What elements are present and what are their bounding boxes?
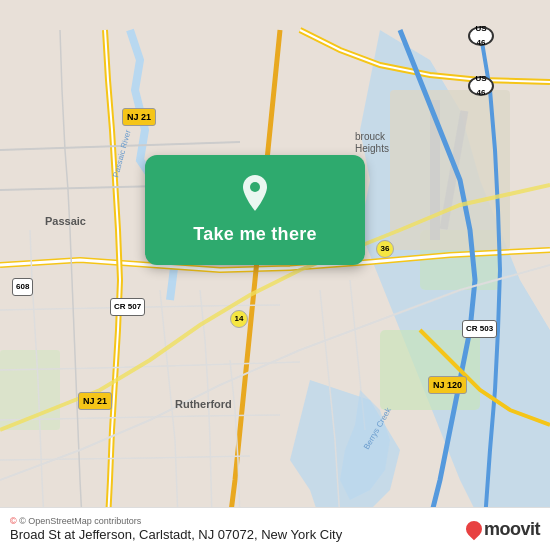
highway-badge-nj120: NJ 120 bbox=[428, 376, 467, 394]
location-pin-icon bbox=[239, 175, 271, 218]
svg-text:brouck: brouck bbox=[355, 131, 386, 142]
svg-text:Passaic: Passaic bbox=[45, 215, 86, 227]
osm-attribution: © © OpenStreetMap contributors bbox=[10, 516, 342, 526]
take-me-there-button[interactable]: Take me there bbox=[145, 155, 365, 265]
moovit-pin-icon bbox=[463, 518, 486, 541]
map-container: Passaic Rutherford brouck Heights Passai… bbox=[0, 0, 550, 550]
highway-badge-14: 14 bbox=[230, 310, 248, 328]
bottom-bar: © © OpenStreetMap contributors Broad St … bbox=[0, 507, 550, 550]
bottom-left-content: © © OpenStreetMap contributors Broad St … bbox=[10, 516, 342, 542]
svg-text:Heights: Heights bbox=[355, 143, 389, 154]
highway-badge-cr503: CR 503 bbox=[462, 320, 497, 338]
address-text: Broad St at Jefferson, Carlstadt, NJ 070… bbox=[10, 527, 342, 542]
highway-badge-36: 36 bbox=[376, 240, 394, 258]
highway-badge-us46-mid: US46 bbox=[468, 76, 494, 96]
svg-point-12 bbox=[250, 182, 260, 192]
highway-badge-nj21-bottom: NJ 21 bbox=[78, 392, 112, 410]
moovit-logo: moovit bbox=[466, 519, 540, 540]
moovit-text: moovit bbox=[484, 519, 540, 540]
highway-badge-us46-top: US46 bbox=[468, 26, 494, 46]
svg-text:Rutherford: Rutherford bbox=[175, 398, 232, 410]
cta-label: Take me there bbox=[193, 224, 317, 245]
highway-badge-608: 608 bbox=[12, 278, 33, 296]
highway-badge-cr507: CR 507 bbox=[110, 298, 145, 316]
osm-logo: © bbox=[10, 516, 17, 526]
osm-text: © OpenStreetMap contributors bbox=[19, 516, 141, 526]
highway-badge-nj21-top: NJ 21 bbox=[122, 108, 156, 126]
